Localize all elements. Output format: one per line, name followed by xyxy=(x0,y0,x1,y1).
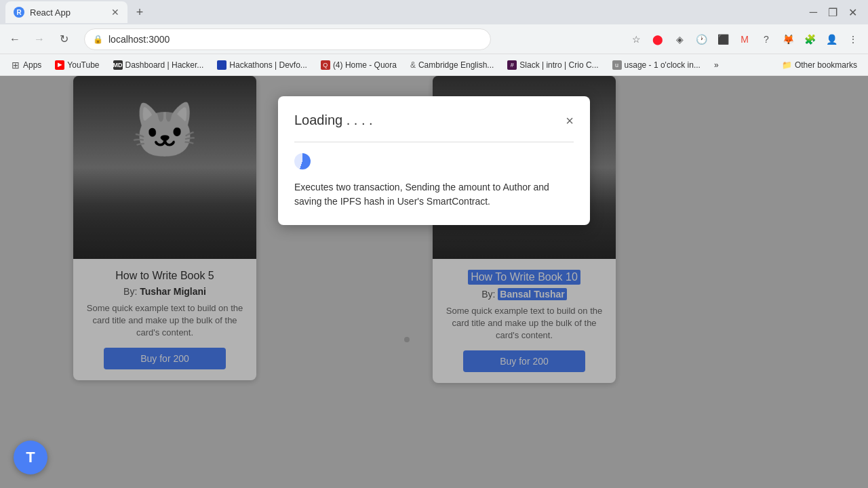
modal-close-button[interactable]: × xyxy=(566,114,574,127)
bookmark-hackathon-label: Hackathons | Devfo... xyxy=(229,60,307,70)
reload-button[interactable]: ↻ xyxy=(54,30,73,49)
window-controls: ─ ❐ ✕ xyxy=(810,6,863,19)
clock-icon[interactable]: 🕐 xyxy=(692,30,711,49)
tab-favicon: R xyxy=(14,7,24,18)
more-bookmarks[interactable]: » xyxy=(709,59,724,71)
fox-icon[interactable]: 🦊 xyxy=(778,30,797,49)
close-window-button[interactable]: ✕ xyxy=(848,6,857,19)
new-tab-button[interactable]: + xyxy=(130,3,149,22)
bookmark-cambridge-label: Cambridge English... xyxy=(418,60,494,70)
bookmarks-bar: ⊞ Apps ▶ YouTube MD Dashboard | Hacker..… xyxy=(0,54,868,76)
slack-icon: # xyxy=(507,60,517,70)
browser-tab[interactable]: R React App ✕ xyxy=(5,1,127,23)
other-bookmarks[interactable]: 📁 Other bookmarks xyxy=(776,59,863,71)
toolbar-icons: ☆ ⬤ ◈ 🕐 ⬛ M ? 🦊 🧩 👤 ⋮ xyxy=(627,30,863,49)
modal-title: Loading . . . . xyxy=(294,113,373,128)
browser-frame: R React App ✕ + ─ ❐ ✕ ← → ↻ 🔒 localhost:… xyxy=(0,0,868,488)
cambridge-icon: & xyxy=(410,60,416,70)
url-text: localhost:3000 xyxy=(108,34,170,45)
forward-button[interactable]: → xyxy=(30,30,49,49)
tab-close-button[interactable]: ✕ xyxy=(111,7,119,18)
maximize-button[interactable]: ❐ xyxy=(828,6,837,19)
modal-message: Executes two transaction, Sending the am… xyxy=(294,180,574,209)
bookmarks-apps-label: Apps xyxy=(23,60,41,70)
profile-icon[interactable]: 👤 xyxy=(822,30,841,49)
loading-modal: Loading . . . . × Executes two transacti… xyxy=(278,96,590,225)
extension-icon1[interactable]: ◈ xyxy=(670,30,689,49)
page-content: How to Write Book 5 By: Tushar Miglani S… xyxy=(0,76,868,488)
gmail-icon[interactable]: M xyxy=(735,30,754,49)
bookmark-cambridge[interactable]: & Cambridge English... xyxy=(405,59,499,71)
menu-icon[interactable]: ⋮ xyxy=(844,30,863,49)
bookmark-dashboard[interactable]: MD Dashboard | Hacker... xyxy=(108,59,210,71)
folder-icon: 📁 xyxy=(782,60,792,70)
more-bookmarks-label: » xyxy=(714,60,719,70)
spinner-container xyxy=(294,153,574,169)
minimize-button[interactable]: ─ xyxy=(810,6,817,19)
lock-icon: 🔒 xyxy=(93,35,103,44)
bookmark-youtube[interactable]: ▶ YouTube xyxy=(50,59,104,71)
extension-icon2[interactable]: ⬛ xyxy=(713,30,732,49)
star-icon[interactable]: ☆ xyxy=(627,30,646,49)
apps-grid-icon: ⊞ xyxy=(11,60,20,70)
back-button[interactable]: ← xyxy=(5,30,24,49)
md-icon: MD xyxy=(113,60,123,70)
address-bar: ← → ↻ 🔒 localhost:3000 ☆ ⬤ ◈ 🕐 ⬛ M ? 🦊 🧩… xyxy=(0,24,868,54)
modal-divider xyxy=(294,142,574,142)
bookmark-usage[interactable]: u usage - 1 o'clock in... xyxy=(607,59,706,71)
loading-spinner xyxy=(294,153,311,169)
bookmark-dashboard-label: Dashboard | Hacker... xyxy=(125,60,204,70)
other-bookmarks-label: Other bookmarks xyxy=(795,60,857,70)
modal-header: Loading . . . . × xyxy=(294,113,574,128)
user-avatar[interactable]: T xyxy=(14,441,47,474)
youtube-icon: ▶ xyxy=(55,60,64,70)
bookmark-usage-label: usage - 1 o'clock in... xyxy=(625,60,701,70)
opera-icon[interactable]: ⬤ xyxy=(648,30,667,49)
extension-icon3[interactable]: ? xyxy=(757,30,776,49)
url-bar[interactable]: 🔒 localhost:3000 xyxy=(84,28,491,50)
bookmark-hackathon[interactable]: Hackathons | Devfo... xyxy=(212,59,313,71)
bookmark-quora-label: (4) Home - Quora xyxy=(333,60,397,70)
tab-title: React App xyxy=(30,7,71,18)
title-bar: R React App ✕ + ─ ❐ ✕ xyxy=(0,0,868,24)
bookmark-slack-label: Slack | intro | Crio C... xyxy=(519,60,598,70)
usage-icon: u xyxy=(612,60,622,70)
bookmark-quora[interactable]: Q (4) Home - Quora xyxy=(315,59,402,71)
bookmark-youtube-label: YouTube xyxy=(67,60,99,70)
bookmark-slack[interactable]: # Slack | intro | Crio C... xyxy=(502,59,604,71)
modal-overlay: Loading . . . . × Executes two transacti… xyxy=(0,76,868,488)
quora-icon: Q xyxy=(321,60,330,70)
puzzle-icon[interactable]: 🧩 xyxy=(800,30,819,49)
bookmarks-apps[interactable]: ⊞ Apps xyxy=(5,59,47,71)
hackathon-icon xyxy=(217,60,226,70)
